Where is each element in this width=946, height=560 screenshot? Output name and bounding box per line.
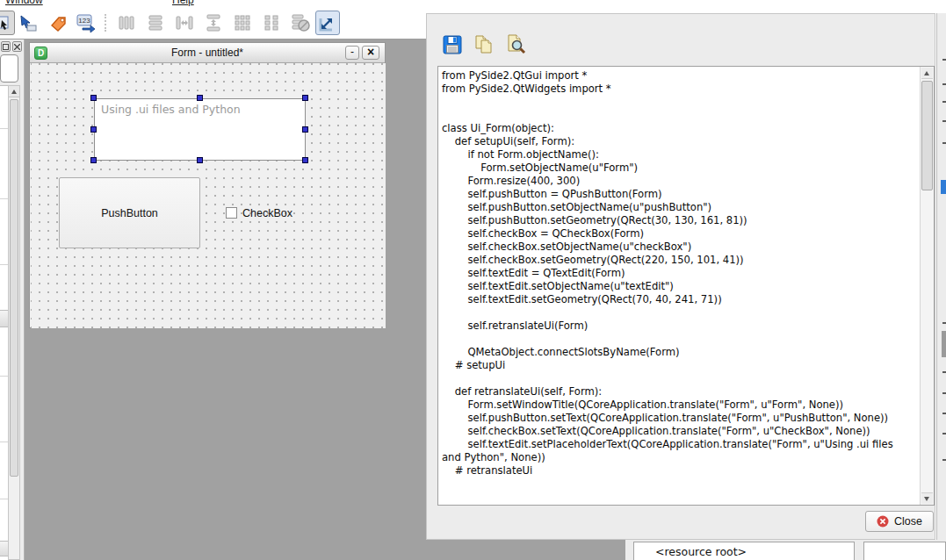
scrollbar-thumb[interactable] <box>921 81 933 190</box>
adjust-size-icon[interactable] <box>315 11 340 35</box>
property-panel-sliver <box>936 13 946 540</box>
resize-handle-bottom[interactable] <box>197 157 203 163</box>
close-red-icon <box>877 515 889 528</box>
widget-box-dock <box>0 39 25 560</box>
edit-signals-slots-icon[interactable] <box>16 11 40 35</box>
menu-bar: Window Help <box>0 0 946 7</box>
minimize-button[interactable]: - <box>345 46 359 60</box>
resource-root-item[interactable]: <resource root> <box>655 545 747 558</box>
widget-box-list[interactable] <box>0 85 8 560</box>
resize-handle-top[interactable] <box>197 95 203 101</box>
layout-horizontally-icon[interactable] <box>114 11 139 35</box>
resize-handle-top-right[interactable] <box>302 95 308 101</box>
code-preview-dialog: from PySide2.QtGui import * from PySide2… <box>426 13 935 540</box>
close-button[interactable]: × <box>362 46 379 60</box>
resource-preview-pane[interactable] <box>863 542 946 560</box>
form-toolbar: 123 <box>0 7 427 39</box>
layout-form-icon[interactable] <box>259 11 284 35</box>
checkbox-label: CheckBox <box>242 207 292 219</box>
break-layout-icon[interactable] <box>288 11 313 35</box>
form-window-title: Form - untitled* <box>30 47 385 59</box>
dock-float-button[interactable] <box>1 41 11 52</box>
form-editor-window: D Form - untitled* - × Using .ui files a… <box>29 42 386 328</box>
code-scrollbar[interactable] <box>920 67 934 505</box>
widget-filter-input[interactable] <box>0 54 18 83</box>
form-canvas[interactable]: Using .ui files and Python PushButton Ch… <box>31 63 386 328</box>
widget-box-category[interactable] <box>0 310 8 327</box>
layout-vertical-splitter-icon[interactable] <box>201 11 226 35</box>
resource-tree[interactable]: <resource root> <box>633 542 855 560</box>
code-view[interactable]: from PySide2.QtGui import * from PySide2… <box>437 66 935 506</box>
textedit-widget[interactable]: Using .ui files and Python <box>94 98 306 161</box>
close-dialog-button[interactable]: Close <box>865 511 934 532</box>
checkbox-box-icon[interactable] <box>226 207 237 219</box>
resize-handle-bottom-left[interactable] <box>90 157 97 163</box>
sliver-scroll-thumb <box>942 331 946 357</box>
resource-browser: <resource root> <box>625 540 946 560</box>
close-button-label: Close <box>894 515 922 528</box>
find-icon[interactable] <box>504 33 527 56</box>
edit-widgets-icon[interactable] <box>0 11 15 35</box>
svg-text:123: 123 <box>78 17 90 25</box>
layout-grid-icon[interactable] <box>230 11 255 35</box>
toolbar-separator <box>105 14 106 32</box>
scrollbar-thumb[interactable] <box>10 99 18 477</box>
edit-tab-order-icon[interactable]: 123 <box>74 11 98 35</box>
form-window-titlebar[interactable]: D Form - untitled* - × <box>30 43 385 63</box>
layout-vertically-icon[interactable] <box>143 11 168 35</box>
dock-close-button[interactable] <box>12 41 22 52</box>
textedit-placeholder: Using .ui files and Python <box>95 99 305 119</box>
layout-horizontal-splitter-icon[interactable] <box>172 11 197 35</box>
scroll-down-icon[interactable] <box>921 492 933 504</box>
resize-handle-left[interactable] <box>90 126 97 133</box>
resize-handle-top-left[interactable] <box>90 95 97 101</box>
checkbox-widget[interactable]: CheckBox <box>226 195 314 231</box>
resize-handle-right[interactable] <box>302 126 308 133</box>
resize-handle-bottom-right[interactable] <box>302 157 308 163</box>
save-icon[interactable] <box>441 33 464 56</box>
generated-python-code[interactable]: from PySide2.QtGui import * from PySide2… <box>442 69 921 477</box>
qt-designer-screen: Window Help 123 <box>0 0 946 560</box>
scroll-up-icon[interactable] <box>921 68 933 79</box>
pushbutton-widget[interactable]: PushButton <box>59 177 200 248</box>
edit-buddies-icon[interactable] <box>46 11 70 35</box>
menu-window[interactable]: Window <box>5 0 43 6</box>
mdi-area-bottom <box>426 540 625 560</box>
copy-icon[interactable] <box>473 33 495 56</box>
widget-box-scrollbar[interactable] <box>8 85 20 560</box>
menu-help[interactable]: Help <box>172 0 194 6</box>
widget-box-category[interactable] <box>0 541 8 556</box>
selected-row-highlight <box>941 180 946 194</box>
scroll-up-icon[interactable] <box>9 86 19 97</box>
